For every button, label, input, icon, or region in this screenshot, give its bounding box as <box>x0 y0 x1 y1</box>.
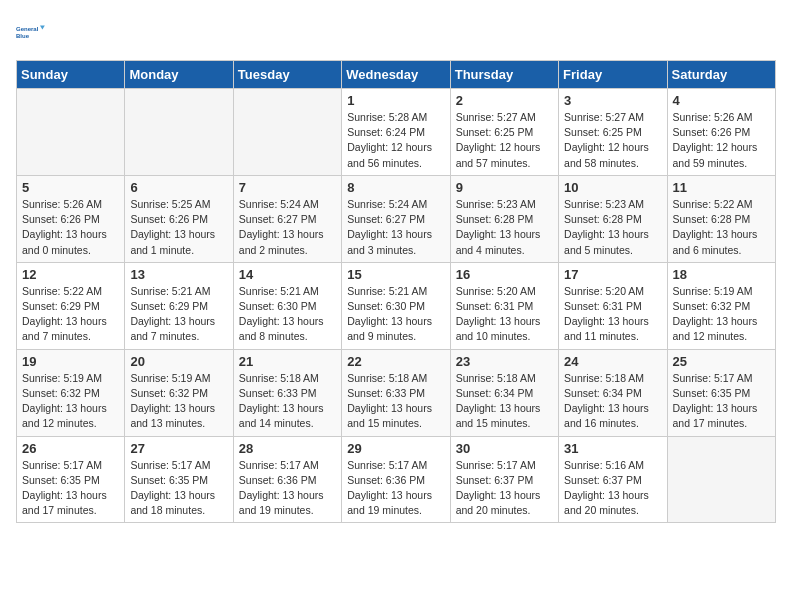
calendar-cell: 9Sunrise: 5:23 AM Sunset: 6:28 PM Daylig… <box>450 175 558 262</box>
day-info: Sunrise: 5:28 AM Sunset: 6:24 PM Dayligh… <box>347 110 444 171</box>
day-info: Sunrise: 5:20 AM Sunset: 6:31 PM Dayligh… <box>564 284 661 345</box>
day-info: Sunrise: 5:26 AM Sunset: 6:26 PM Dayligh… <box>673 110 770 171</box>
calendar-cell: 18Sunrise: 5:19 AM Sunset: 6:32 PM Dayli… <box>667 262 775 349</box>
day-info: Sunrise: 5:20 AM Sunset: 6:31 PM Dayligh… <box>456 284 553 345</box>
calendar-cell: 2Sunrise: 5:27 AM Sunset: 6:25 PM Daylig… <box>450 89 558 176</box>
day-info: Sunrise: 5:17 AM Sunset: 6:35 PM Dayligh… <box>673 371 770 432</box>
day-info: Sunrise: 5:17 AM Sunset: 6:35 PM Dayligh… <box>22 458 119 519</box>
weekday-header-saturday: Saturday <box>667 61 775 89</box>
page-header: GeneralBlue <box>16 16 776 48</box>
day-info: Sunrise: 5:16 AM Sunset: 6:37 PM Dayligh… <box>564 458 661 519</box>
day-info: Sunrise: 5:25 AM Sunset: 6:26 PM Dayligh… <box>130 197 227 258</box>
calendar-cell: 26Sunrise: 5:17 AM Sunset: 6:35 PM Dayli… <box>17 436 125 523</box>
day-number: 15 <box>347 267 444 282</box>
day-number: 31 <box>564 441 661 456</box>
day-info: Sunrise: 5:27 AM Sunset: 6:25 PM Dayligh… <box>456 110 553 171</box>
calendar-cell: 12Sunrise: 5:22 AM Sunset: 6:29 PM Dayli… <box>17 262 125 349</box>
weekday-header-friday: Friday <box>559 61 667 89</box>
day-number: 24 <box>564 354 661 369</box>
day-info: Sunrise: 5:21 AM Sunset: 6:30 PM Dayligh… <box>347 284 444 345</box>
calendar-cell: 15Sunrise: 5:21 AM Sunset: 6:30 PM Dayli… <box>342 262 450 349</box>
calendar-cell: 31Sunrise: 5:16 AM Sunset: 6:37 PM Dayli… <box>559 436 667 523</box>
calendar-week-1: 1Sunrise: 5:28 AM Sunset: 6:24 PM Daylig… <box>17 89 776 176</box>
day-info: Sunrise: 5:22 AM Sunset: 6:28 PM Dayligh… <box>673 197 770 258</box>
calendar-cell <box>233 89 341 176</box>
day-number: 17 <box>564 267 661 282</box>
day-info: Sunrise: 5:21 AM Sunset: 6:30 PM Dayligh… <box>239 284 336 345</box>
day-number: 30 <box>456 441 553 456</box>
calendar-cell: 25Sunrise: 5:17 AM Sunset: 6:35 PM Dayli… <box>667 349 775 436</box>
calendar-cell: 7Sunrise: 5:24 AM Sunset: 6:27 PM Daylig… <box>233 175 341 262</box>
day-number: 23 <box>456 354 553 369</box>
calendar-cell: 20Sunrise: 5:19 AM Sunset: 6:32 PM Dayli… <box>125 349 233 436</box>
day-number: 11 <box>673 180 770 195</box>
day-info: Sunrise: 5:17 AM Sunset: 6:36 PM Dayligh… <box>239 458 336 519</box>
logo: GeneralBlue <box>16 16 48 48</box>
day-info: Sunrise: 5:26 AM Sunset: 6:26 PM Dayligh… <box>22 197 119 258</box>
calendar-cell: 13Sunrise: 5:21 AM Sunset: 6:29 PM Dayli… <box>125 262 233 349</box>
calendar-cell: 27Sunrise: 5:17 AM Sunset: 6:35 PM Dayli… <box>125 436 233 523</box>
calendar-cell <box>125 89 233 176</box>
day-number: 18 <box>673 267 770 282</box>
day-info: Sunrise: 5:27 AM Sunset: 6:25 PM Dayligh… <box>564 110 661 171</box>
day-info: Sunrise: 5:23 AM Sunset: 6:28 PM Dayligh… <box>456 197 553 258</box>
weekday-header-monday: Monday <box>125 61 233 89</box>
day-number: 4 <box>673 93 770 108</box>
day-number: 20 <box>130 354 227 369</box>
calendar-cell: 21Sunrise: 5:18 AM Sunset: 6:33 PM Dayli… <box>233 349 341 436</box>
day-number: 7 <box>239 180 336 195</box>
day-info: Sunrise: 5:18 AM Sunset: 6:34 PM Dayligh… <box>564 371 661 432</box>
svg-text:Blue: Blue <box>16 33 30 39</box>
weekday-header-thursday: Thursday <box>450 61 558 89</box>
calendar-week-2: 5Sunrise: 5:26 AM Sunset: 6:26 PM Daylig… <box>17 175 776 262</box>
day-number: 1 <box>347 93 444 108</box>
day-info: Sunrise: 5:21 AM Sunset: 6:29 PM Dayligh… <box>130 284 227 345</box>
day-number: 27 <box>130 441 227 456</box>
day-number: 13 <box>130 267 227 282</box>
day-info: Sunrise: 5:24 AM Sunset: 6:27 PM Dayligh… <box>347 197 444 258</box>
calendar-cell: 3Sunrise: 5:27 AM Sunset: 6:25 PM Daylig… <box>559 89 667 176</box>
calendar-cell: 14Sunrise: 5:21 AM Sunset: 6:30 PM Dayli… <box>233 262 341 349</box>
day-number: 25 <box>673 354 770 369</box>
calendar-cell: 23Sunrise: 5:18 AM Sunset: 6:34 PM Dayli… <box>450 349 558 436</box>
day-number: 16 <box>456 267 553 282</box>
logo-icon: GeneralBlue <box>16 16 48 48</box>
day-number: 22 <box>347 354 444 369</box>
day-info: Sunrise: 5:18 AM Sunset: 6:33 PM Dayligh… <box>239 371 336 432</box>
day-number: 10 <box>564 180 661 195</box>
day-number: 2 <box>456 93 553 108</box>
day-number: 3 <box>564 93 661 108</box>
calendar-cell: 10Sunrise: 5:23 AM Sunset: 6:28 PM Dayli… <box>559 175 667 262</box>
day-number: 12 <box>22 267 119 282</box>
calendar-week-4: 19Sunrise: 5:19 AM Sunset: 6:32 PM Dayli… <box>17 349 776 436</box>
svg-marker-2 <box>40 26 45 30</box>
calendar-cell: 11Sunrise: 5:22 AM Sunset: 6:28 PM Dayli… <box>667 175 775 262</box>
calendar-cell: 16Sunrise: 5:20 AM Sunset: 6:31 PM Dayli… <box>450 262 558 349</box>
weekday-header-tuesday: Tuesday <box>233 61 341 89</box>
calendar-cell: 6Sunrise: 5:25 AM Sunset: 6:26 PM Daylig… <box>125 175 233 262</box>
calendar-cell: 22Sunrise: 5:18 AM Sunset: 6:33 PM Dayli… <box>342 349 450 436</box>
day-number: 6 <box>130 180 227 195</box>
weekday-header-wednesday: Wednesday <box>342 61 450 89</box>
calendar-cell: 17Sunrise: 5:20 AM Sunset: 6:31 PM Dayli… <box>559 262 667 349</box>
calendar-cell: 28Sunrise: 5:17 AM Sunset: 6:36 PM Dayli… <box>233 436 341 523</box>
calendar-cell <box>667 436 775 523</box>
calendar-cell <box>17 89 125 176</box>
day-info: Sunrise: 5:19 AM Sunset: 6:32 PM Dayligh… <box>22 371 119 432</box>
calendar-week-3: 12Sunrise: 5:22 AM Sunset: 6:29 PM Dayli… <box>17 262 776 349</box>
calendar-cell: 1Sunrise: 5:28 AM Sunset: 6:24 PM Daylig… <box>342 89 450 176</box>
day-info: Sunrise: 5:19 AM Sunset: 6:32 PM Dayligh… <box>673 284 770 345</box>
day-number: 19 <box>22 354 119 369</box>
day-info: Sunrise: 5:17 AM Sunset: 6:37 PM Dayligh… <box>456 458 553 519</box>
svg-text:General: General <box>16 26 39 32</box>
calendar-cell: 24Sunrise: 5:18 AM Sunset: 6:34 PM Dayli… <box>559 349 667 436</box>
calendar-week-5: 26Sunrise: 5:17 AM Sunset: 6:35 PM Dayli… <box>17 436 776 523</box>
day-info: Sunrise: 5:19 AM Sunset: 6:32 PM Dayligh… <box>130 371 227 432</box>
calendar-cell: 4Sunrise: 5:26 AM Sunset: 6:26 PM Daylig… <box>667 89 775 176</box>
day-number: 5 <box>22 180 119 195</box>
day-number: 29 <box>347 441 444 456</box>
calendar-cell: 19Sunrise: 5:19 AM Sunset: 6:32 PM Dayli… <box>17 349 125 436</box>
day-number: 14 <box>239 267 336 282</box>
calendar-cell: 8Sunrise: 5:24 AM Sunset: 6:27 PM Daylig… <box>342 175 450 262</box>
day-info: Sunrise: 5:24 AM Sunset: 6:27 PM Dayligh… <box>239 197 336 258</box>
